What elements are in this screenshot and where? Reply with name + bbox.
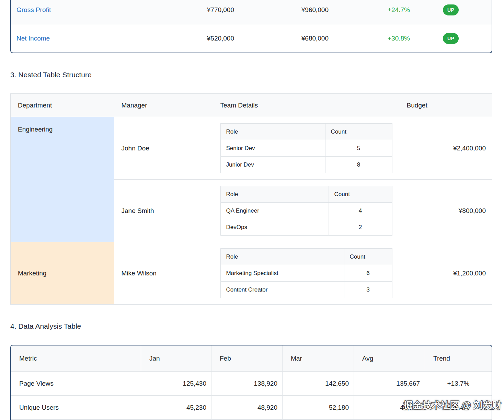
column-header-avg: Avg: [354, 345, 425, 372]
inner-header-role: Role: [220, 249, 344, 265]
up-badge: UP: [443, 33, 459, 44]
inner-header-row: Role Count: [220, 124, 392, 140]
manager-cell: Jane Smith: [114, 180, 213, 242]
table-row: Net Income ¥520,000 ¥680,000 +30.8% UP: [11, 24, 492, 53]
gross-profit-link[interactable]: Gross Profit: [16, 6, 51, 13]
inner-header-count: Count: [344, 249, 392, 265]
table-row: Engineering John Doe Role Count Senior D…: [11, 117, 492, 180]
column-header-budget: Budget: [400, 94, 492, 117]
value-cell: ¥680,000: [234, 24, 329, 53]
avg-value-cell: 135,667: [354, 372, 425, 395]
table-header-row: Metric Jan Feb Mar Avg Trend: [11, 345, 492, 372]
site-watermark: 掘金技术社区 @ 刘发财: [404, 399, 501, 411]
table-row: Marketing Mike Wilson Role Count Marketi…: [11, 242, 492, 305]
role-cell: Junior Dev: [220, 157, 325, 173]
section-heading-data-analysis: 4. Data Analysis Table: [10, 322, 492, 330]
column-header-jan: Jan: [141, 345, 211, 372]
inner-header-count: Count: [329, 186, 392, 203]
team-details-cell: Role Count QA Engineer 4 DevOps 2: [213, 180, 400, 242]
count-cell: 2: [329, 219, 392, 236]
table-header-row: Department Manager Team Details Budget: [11, 94, 492, 117]
department-cell-engineering: Engineering: [11, 117, 114, 242]
financial-summary-table: Gross Profit ¥770,000 ¥960,000 +24.7% UP…: [10, 0, 492, 53]
column-header-mar: Mar: [282, 345, 354, 372]
jan-value-cell: 45,230: [141, 395, 211, 419]
value-cell: ¥770,000: [158, 0, 234, 24]
inner-row: Content Creator 3: [220, 282, 392, 298]
team-details-cell: Role Count Senior Dev 5 Junior Dev 8: [213, 117, 400, 180]
mar-value-cell: 142,650: [282, 372, 354, 395]
department-cell-marketing: Marketing: [11, 242, 114, 305]
change-percent-cell: +30.8%: [329, 24, 410, 53]
count-cell: 8: [325, 157, 392, 173]
section-heading-nested-table: 3. Nested Table Structure: [10, 71, 492, 78]
value-cell: ¥960,000: [234, 0, 329, 24]
table-row: Gross Profit ¥770,000 ¥960,000 +24.7% UP: [11, 0, 492, 24]
metric-cell: Page Views: [11, 372, 141, 395]
inner-header-count: Count: [325, 124, 392, 140]
budget-cell: ¥2,400,000: [400, 117, 492, 180]
inner-row: Marketing Specialist 6: [220, 265, 392, 282]
page-content: Gross Profit ¥770,000 ¥960,000 +24.7% UP…: [0, 0, 504, 420]
nested-table: Department Manager Team Details Budget E…: [10, 93, 492, 305]
feb-value-cell: 138,920: [211, 372, 282, 395]
count-cell: 6: [344, 265, 392, 282]
role-cell: QA Engineer: [220, 203, 329, 219]
table-row: Page Views 125,430 138,920 142,650 135,6…: [11, 372, 492, 395]
team-details-cell: Role Count Marketing Specialist 6 Conten…: [213, 242, 400, 305]
net-income-link[interactable]: Net Income: [16, 35, 50, 42]
count-cell: 3: [344, 282, 392, 298]
manager-cell: John Doe: [114, 117, 213, 180]
metric-label-cell: Net Income: [11, 24, 158, 53]
trend-badge-cell: UP: [410, 0, 492, 24]
manager-cell: Mike Wilson: [114, 242, 213, 305]
role-cell: DevOps: [220, 219, 329, 236]
metric-cell: Unique Users: [11, 395, 141, 419]
metric-label-cell: Gross Profit: [11, 0, 158, 24]
inner-role-table: Role Count Senior Dev 5 Junior Dev 8: [220, 123, 392, 173]
trend-cell: +13.7%: [425, 372, 492, 395]
column-header-feb: Feb: [211, 345, 282, 372]
column-header-manager: Manager: [114, 94, 213, 117]
inner-row: Junior Dev 8: [220, 157, 392, 173]
count-cell: 4: [329, 203, 392, 219]
change-percent-cell: +24.7%: [329, 0, 410, 24]
role-cell: Content Creator: [220, 282, 344, 298]
column-header-metric: Metric: [11, 345, 141, 372]
role-cell: Senior Dev: [220, 140, 325, 157]
mar-value-cell: 52,180: [282, 395, 354, 419]
role-cell: Marketing Specialist: [220, 265, 344, 282]
budget-cell: ¥800,000: [400, 180, 492, 242]
inner-role-table: Role Count QA Engineer 4 DevOps 2: [220, 186, 392, 236]
column-header-team-details: Team Details: [213, 94, 400, 117]
column-header-trend: Trend: [425, 345, 492, 372]
inner-header-row: Role Count: [220, 186, 392, 203]
inner-header-role: Role: [220, 186, 329, 203]
feb-value-cell: 48,920: [211, 395, 282, 419]
budget-cell: ¥1,200,000: [400, 242, 492, 305]
count-cell: 5: [325, 140, 392, 157]
trend-badge-cell: UP: [410, 24, 492, 53]
inner-role-table: Role Count Marketing Specialist 6 Conten…: [220, 248, 392, 298]
inner-row: QA Engineer 4: [220, 203, 392, 219]
value-cell: ¥520,000: [158, 24, 234, 53]
column-header-department: Department: [11, 94, 114, 117]
inner-row: DevOps 2: [220, 219, 392, 236]
jan-value-cell: 125,430: [141, 372, 211, 395]
inner-header-row: Role Count: [220, 249, 392, 265]
inner-row: Senior Dev 5: [220, 140, 392, 157]
up-badge: UP: [443, 4, 459, 15]
inner-header-role: Role: [220, 124, 325, 140]
